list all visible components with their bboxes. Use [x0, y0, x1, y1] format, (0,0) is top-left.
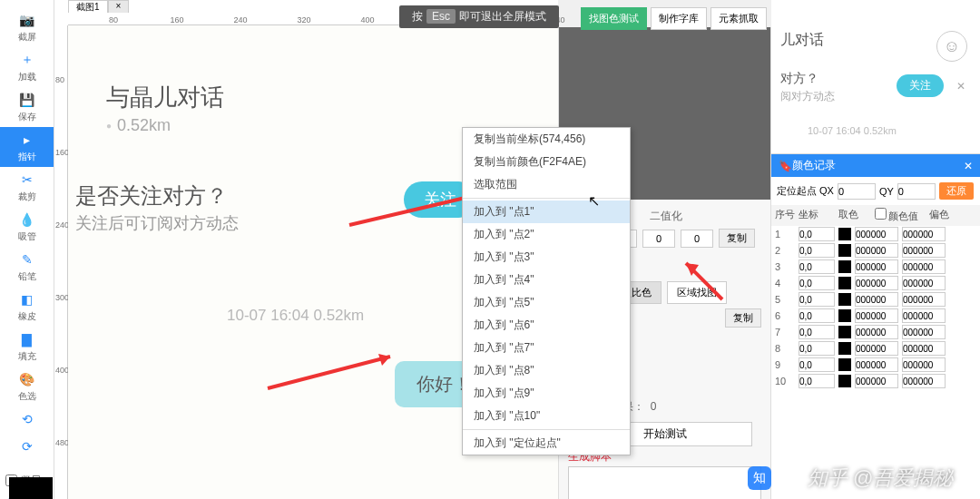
hex-cell[interactable] [855, 308, 898, 323]
coord-cell[interactable] [799, 276, 835, 290]
tool-指针[interactable]: ▸指针 [0, 127, 54, 167]
anchor-row: 定位起点 QX QY 还原 [771, 177, 980, 205]
rt-follow-button[interactable]: 关注 [897, 74, 944, 97]
color-swatch [838, 293, 851, 306]
coord-cell[interactable] [799, 243, 835, 258]
ctx-add-point-8[interactable]: 加入到 "点8" [463, 359, 630, 382]
coord-cell[interactable] [799, 341, 835, 356]
color-table: 12345678910 [771, 226, 980, 389]
hex-cell[interactable] [855, 292, 898, 307]
rt-subtitle: 阅对方动态 [780, 89, 835, 104]
tool-保存[interactable]: 💾保存 [0, 87, 54, 127]
ctx-add-point-7[interactable]: 加入到 "点7" [463, 337, 630, 359]
ctx-select-range[interactable]: 选取范围 [463, 173, 630, 196]
offset-cell[interactable] [902, 374, 946, 388]
tool-11[interactable]: ⟳ [0, 434, 54, 461]
rt-close-icon[interactable]: ✕ [956, 80, 965, 93]
offset-cell[interactable] [902, 243, 946, 258]
mode-area[interactable]: 区域找图 [667, 281, 727, 304]
tool-10[interactable]: ⟲ [0, 406, 54, 434]
ctx-copy-color[interactable]: 复制当前颜色(F2F4AE) [463, 151, 630, 173]
tool-截屏[interactable]: 📷截屏 [0, 7, 54, 47]
offset-cell[interactable] [902, 276, 946, 290]
tool-加载[interactable]: ＋加载 [0, 47, 54, 87]
element-grab-button[interactable]: 元素抓取 [710, 7, 767, 30]
rt-title: 儿对话 [780, 31, 824, 50]
tool-铅笔[interactable]: ✎铅笔 [0, 247, 54, 287]
color-swatch [838, 375, 851, 387]
offset-cell[interactable] [902, 227, 946, 241]
tool-吸管[interactable]: 💧吸管 [0, 207, 54, 247]
coord-cell[interactable] [799, 374, 835, 388]
ctx-add-point-3[interactable]: 加入到 "点3" [463, 246, 630, 269]
make-font-button[interactable]: 制作字库 [651, 7, 707, 30]
ctx-add-point-6[interactable]: 加入到 "点6" [463, 314, 630, 337]
binarize-label: 二值化 [650, 209, 682, 224]
ctx-add-point-2[interactable]: 加入到 "点2" [463, 223, 630, 246]
offset-cell[interactable] [902, 308, 946, 323]
hex-cell[interactable] [855, 243, 898, 258]
tab-screenshot1[interactable]: 截图1 [68, 0, 108, 13]
svg-marker-5 [686, 263, 699, 276]
hex-cell[interactable] [855, 259, 898, 274]
find-color-test-button[interactable]: 找图色测试 [581, 7, 647, 30]
offset-cell[interactable] [902, 292, 946, 307]
offset-cell[interactable] [902, 357, 946, 372]
color-check[interactable] [875, 208, 887, 220]
coord-cell[interactable] [799, 292, 835, 307]
ctx-copy-coord[interactable]: 复制当前坐标(574,456) [463, 128, 630, 151]
qy-input[interactable] [897, 183, 936, 200]
rt-timestamp: 10-07 16:04 0.52km [808, 125, 897, 136]
tool-裁剪[interactable]: ✂裁剪 [0, 167, 54, 207]
tool-橡皮[interactable]: ◧橡皮 [0, 287, 54, 327]
coord-cell[interactable] [799, 259, 835, 274]
table-row: 1 [771, 226, 980, 242]
tool-色选[interactable]: 🎨色选 [0, 367, 54, 406]
hex-cell[interactable] [855, 341, 898, 356]
copy-coord-button[interactable]: 复制 [719, 229, 755, 248]
coord-cell[interactable] [799, 227, 835, 241]
table-row: 2 [771, 242, 980, 259]
coord-cell[interactable] [799, 308, 835, 323]
table-row: 5 [771, 291, 980, 308]
chat-title: 与晶儿对话 [106, 82, 224, 113]
hex-cell[interactable] [855, 325, 898, 339]
ctx-add-point-4[interactable]: 加入到 "点4" [463, 269, 630, 291]
table-row: 10 [771, 373, 980, 389]
color-swatch [838, 244, 851, 257]
close-icon[interactable]: ✕ [964, 160, 973, 172]
ctx-add-point-5[interactable]: 加入到 "点5" [463, 291, 630, 314]
watermark: 知乎 @吾爱揭秘 [808, 465, 953, 492]
table-row: 7 [771, 324, 980, 340]
script-output[interactable] [568, 466, 761, 499]
tool-icon: 📷 [18, 11, 36, 29]
copy-button-2[interactable]: 复制 [725, 308, 761, 328]
left-toolbar: 📷截屏＋加载💾保存▸指针✂裁剪💧吸管✎铅笔◧橡皮▇填充🎨色选⟲⟳ 竖屏 原图 [0, 0, 54, 499]
table-row: 3 [771, 259, 980, 275]
offset-cell[interactable] [902, 259, 946, 274]
ctx-add-point-1[interactable]: 加入到 "点1" [463, 201, 630, 223]
ctx-add-anchor[interactable]: 加入到 "定位起点" [463, 432, 630, 455]
ctx-add-point-10[interactable]: 加入到 "点10" [463, 405, 630, 427]
offset-cell[interactable] [902, 341, 946, 356]
hex-cell[interactable] [855, 227, 898, 241]
qx-input[interactable] [838, 183, 876, 200]
coord-cell[interactable] [799, 357, 835, 372]
tool-icon: ⟳ [18, 437, 36, 455]
context-menu: 复制当前坐标(574,456) 复制当前颜色(F2F4AE) 选取范围 加入到 … [462, 127, 631, 455]
hex-cell[interactable] [855, 276, 898, 290]
color-swatch [838, 342, 851, 355]
hex-cell[interactable] [855, 357, 898, 372]
tool-填充[interactable]: ▇填充 [0, 327, 54, 367]
zhihu-logo-icon: 知 [748, 466, 771, 490]
offset-cell[interactable] [902, 325, 946, 339]
ctx-add-point-9[interactable]: 加入到 "点9" [463, 382, 630, 405]
coord-cell[interactable] [799, 325, 835, 339]
restore-button[interactable]: 还原 [939, 182, 974, 200]
hex-cell[interactable] [855, 374, 898, 388]
coord-input-3[interactable] [642, 230, 675, 248]
table-row: 9 [771, 357, 980, 373]
svg-marker-3 [378, 354, 390, 366]
coord-input-4[interactable] [681, 230, 713, 248]
tab-close[interactable]: × [108, 0, 130, 13]
